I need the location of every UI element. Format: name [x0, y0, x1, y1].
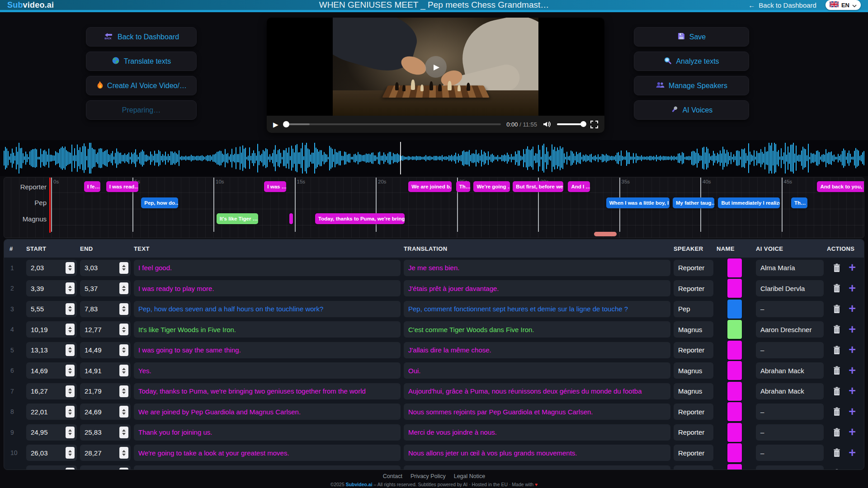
start-stepper[interactable]: [66, 262, 75, 274]
end-time-input[interactable]: 25,83: [80, 424, 131, 441]
add-row-button[interactable]: +: [849, 447, 856, 459]
start-time-input[interactable]: 3,39: [26, 280, 77, 296]
delete-row-icon[interactable]: [832, 324, 841, 334]
end-stepper[interactable]: [119, 365, 128, 376]
stepper-down-icon[interactable]: [122, 289, 126, 291]
end-stepper[interactable]: [119, 427, 128, 438]
add-row-button[interactable]: +: [849, 344, 856, 356]
stepper-up-icon[interactable]: [122, 265, 126, 267]
end-time-input[interactable]: 3,03: [80, 260, 131, 276]
subtitle-segment[interactable]: And I …: [568, 181, 590, 192]
subtitle-text-cell[interactable]: Thank you for joining us.: [134, 424, 401, 441]
subtitle-segment[interactable]: It's like Tiger …: [217, 213, 259, 224]
speaker-cell[interactable]: Reporter: [674, 424, 713, 441]
subtitle-text-cell[interactable]: Yes.: [134, 362, 401, 379]
stepper-up-icon[interactable]: [122, 306, 126, 308]
subtitle-text-cell[interactable]: I was going to say the same thing.: [134, 342, 401, 358]
stepper-down-icon[interactable]: [122, 268, 126, 271]
stepper-up-icon[interactable]: [68, 347, 72, 349]
start-stepper[interactable]: [66, 282, 75, 294]
subtitle-segment[interactable]: Today, thanks to Puma, we're bringi…: [315, 213, 405, 224]
start-stepper[interactable]: [66, 365, 75, 376]
timeline-playhead[interactable]: [49, 178, 51, 233]
audio-waveform[interactable]: [4, 141, 864, 175]
translation-cell[interactable]: J'étais prêt à jouer davantage.: [404, 280, 670, 296]
speaker-cell[interactable]: [674, 465, 713, 470]
subtitle-segment[interactable]: [289, 213, 293, 224]
start-time-input[interactable]: 22,01: [26, 404, 77, 420]
speaker-color-swatch[interactable]: [727, 258, 742, 277]
delete-row-icon[interactable]: [832, 469, 841, 470]
subtitle-segment[interactable]: But first, before we…: [513, 181, 563, 192]
speaker-cell[interactable]: Pep: [674, 301, 713, 317]
stepper-down-icon[interactable]: [122, 413, 126, 415]
subtitle-segment[interactable]: I fe…: [84, 181, 100, 192]
ai-voice-cell[interactable]: –: [756, 404, 824, 420]
delete-row-icon[interactable]: [832, 263, 841, 273]
subtitle-segment[interactable]: Th…: [791, 197, 807, 208]
end-stepper[interactable]: [119, 324, 128, 335]
stepper-down-icon[interactable]: [68, 289, 72, 291]
fullscreen-icon[interactable]: [590, 121, 598, 128]
start-time-input[interactable]: 5,55: [26, 301, 77, 317]
stepper-down-icon[interactable]: [68, 351, 72, 353]
stepper-up-icon[interactable]: [122, 409, 126, 411]
end-time-input[interactable]: 7,83: [80, 301, 131, 317]
speaker-cell[interactable]: Magnus: [674, 362, 713, 379]
ai-voice-cell[interactable]: Abrahan Mack: [756, 383, 824, 399]
stepper-up-icon[interactable]: [68, 368, 72, 370]
end-time-input[interactable]: 5,37: [80, 280, 131, 296]
start-stepper[interactable]: [66, 303, 75, 315]
delete-row-icon[interactable]: [832, 427, 841, 437]
ai-voice-cell[interactable]: Aaron Dreschner: [756, 321, 824, 338]
stepper-down-icon[interactable]: [122, 371, 126, 374]
start-stepper[interactable]: [66, 385, 75, 397]
volume-knob[interactable]: [580, 121, 586, 127]
back-to-dashboard-link[interactable]: ← Back to Dashboard: [748, 1, 816, 9]
stepper-down-icon[interactable]: [122, 392, 126, 394]
subtitle-text-cell[interactable]: I feel good.: [134, 260, 401, 276]
stepper-down-icon[interactable]: [68, 433, 72, 435]
delete-row-icon[interactable]: [832, 345, 841, 355]
stepper-up-icon[interactable]: [68, 388, 72, 390]
start-stepper[interactable]: [66, 468, 75, 470]
add-row-button[interactable]: +: [849, 385, 856, 397]
speaker-cell[interactable]: Reporter: [674, 404, 713, 420]
subtitle-text-cell[interactable]: Pep, how does seven and a half hours on …: [134, 301, 401, 317]
subtitle-text-cell[interactable]: It's like Tiger Woods in Five Iron.: [134, 321, 401, 338]
end-time-input[interactable]: 24,69: [80, 404, 131, 420]
add-row-button[interactable]: +: [849, 324, 856, 336]
stepper-down-icon[interactable]: [122, 454, 126, 456]
stepper-up-icon[interactable]: [122, 450, 126, 452]
speaker-color-swatch[interactable]: [727, 341, 742, 360]
stepper-up-icon[interactable]: [68, 327, 72, 329]
start-time-input[interactable]: 16,27: [26, 383, 77, 399]
delete-row-icon[interactable]: [832, 366, 841, 375]
privacy-policy-link[interactable]: Privacy Policy: [410, 473, 446, 479]
speaker-color-swatch[interactable]: [727, 361, 742, 380]
end-time-input[interactable]: 21,79: [80, 383, 131, 399]
delete-row-icon[interactable]: [832, 283, 841, 293]
start-time-input[interactable]: 14,69: [26, 362, 77, 379]
subtitle-segment[interactable]: But immediately I realize…: [718, 197, 779, 208]
speaker-color-swatch[interactable]: [727, 320, 742, 339]
end-stepper[interactable]: [119, 468, 128, 470]
start-stepper[interactable]: [66, 427, 75, 438]
speaker-color-swatch[interactable]: [727, 402, 742, 421]
ai-voice-cell[interactable]: –: [756, 301, 824, 317]
speaker-color-swatch[interactable]: [727, 423, 742, 442]
add-row-button[interactable]: +: [849, 365, 856, 377]
end-stepper[interactable]: [119, 262, 128, 274]
end-stepper[interactable]: [119, 406, 128, 418]
translation-cell[interactable]: C'est comme Tiger Woods dans Five Iron.: [404, 321, 670, 338]
volume-slider[interactable]: [557, 123, 585, 125]
stepper-up-icon[interactable]: [68, 450, 72, 452]
stepper-down-icon[interactable]: [68, 454, 72, 456]
stepper-up-icon[interactable]: [122, 368, 126, 370]
analyze-texts-button[interactable]: Analyze texts: [634, 52, 749, 71]
app-logo[interactable]: Subvideo.ai: [7, 0, 54, 10]
legal-notice-link[interactable]: Legal Notice: [454, 473, 486, 479]
stepper-up-icon[interactable]: [122, 347, 126, 349]
translation-cell[interactable]: Aujourd'hui, grâce à Puma, nous réunisso…: [404, 383, 670, 399]
subtitle-segment[interactable]: When I was a little boy, I t…: [606, 197, 670, 208]
